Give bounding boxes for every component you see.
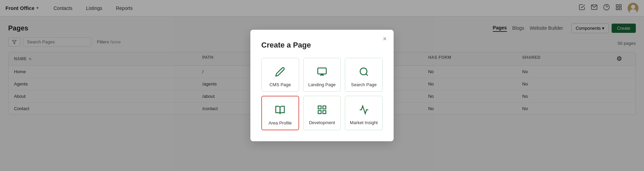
svg-rect-16 — [323, 106, 326, 109]
search-icon — [359, 65, 369, 79]
option-market-label: Market Insight — [350, 120, 378, 122]
option-area-profile[interactable]: Area Profile — [261, 96, 299, 122]
monitor-icon — [317, 65, 327, 79]
option-market-insight[interactable]: Market Insight — [345, 96, 383, 122]
modal-title: Create a Page — [261, 41, 383, 50]
option-development-label: Development — [309, 120, 335, 122]
create-page-modal: Create a Page × CMS Page Landing Page — [250, 30, 394, 122]
svg-point-13 — [360, 68, 367, 75]
svg-rect-15 — [318, 106, 321, 109]
grid-icon — [317, 103, 327, 117]
modal-close-button[interactable]: × — [383, 35, 387, 42]
book-open-icon — [275, 103, 285, 117]
option-search-label: Search Page — [351, 82, 377, 87]
option-landing-label: Landing Page — [308, 82, 336, 87]
option-development[interactable]: Development — [303, 96, 341, 122]
svg-line-14 — [366, 74, 367, 76]
chart-icon — [359, 103, 369, 117]
option-cms-label: CMS Page — [269, 82, 291, 87]
svg-rect-11 — [318, 68, 326, 74]
option-search[interactable]: Search Page — [345, 58, 383, 92]
option-cms[interactable]: CMS Page — [261, 58, 299, 92]
pencil-icon — [275, 65, 285, 79]
svg-rect-18 — [323, 111, 326, 114]
modal-options-grid: CMS Page Landing Page Search Page — [261, 58, 383, 122]
modal-overlay[interactable]: Create a Page × CMS Page Landing Page — [0, 0, 644, 122]
svg-rect-17 — [318, 111, 321, 114]
option-area-label: Area Profile — [268, 120, 292, 122]
option-landing[interactable]: Landing Page — [303, 58, 341, 92]
